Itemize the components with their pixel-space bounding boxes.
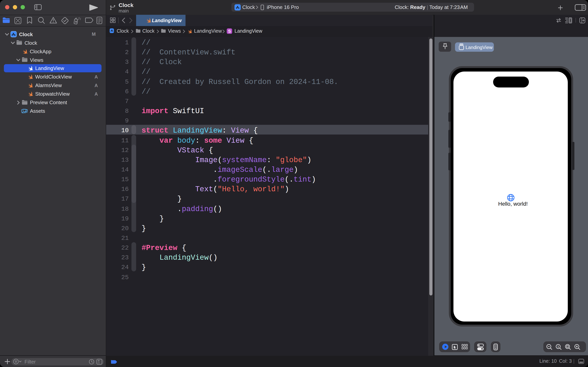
- svg-text:1: 1: [557, 345, 559, 348]
